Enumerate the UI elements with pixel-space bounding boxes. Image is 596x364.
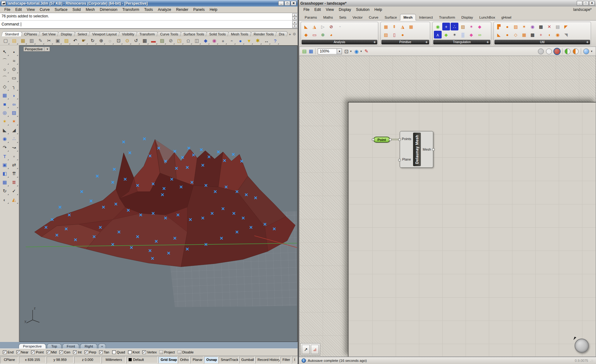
status-filter[interactable]: Filter xyxy=(280,357,292,363)
gh-tab-transform[interactable]: Transform xyxy=(436,14,458,20)
osnap-knot[interactable]: Knot xyxy=(128,350,140,354)
component-icon[interactable]: ◥ xyxy=(562,31,570,39)
osnap-project[interactable]: Project xyxy=(159,350,175,354)
component-icon[interactable]: ⊗ xyxy=(319,31,327,39)
raytrace-sphere-icon[interactable]: ● xyxy=(236,37,244,45)
selection-filter-icon[interactable]: ◳ xyxy=(175,37,184,45)
point-marker[interactable] xyxy=(217,151,220,153)
new-file-icon[interactable]: ▢ xyxy=(2,37,10,45)
component-icon[interactable]: ◉ xyxy=(554,31,562,39)
param-input-nub[interactable] xyxy=(372,138,375,141)
group-expand-icon[interactable]: ✚ xyxy=(373,41,376,44)
gear-icon[interactable]: ⚙ xyxy=(292,32,297,36)
minimize-button[interactable]: _ xyxy=(577,1,582,6)
component-icon[interactable]: + xyxy=(442,23,450,30)
component-icon[interactable]: ⇞ xyxy=(390,23,398,30)
rhino-menu-dimension[interactable]: Dimension xyxy=(97,7,120,12)
hide-icon[interactable]: ◭ xyxy=(10,196,18,204)
preview-off-icon[interactable] xyxy=(538,48,544,54)
gh-tab-curve[interactable]: Curve xyxy=(366,14,382,20)
ellipse-icon[interactable]: ⊙ xyxy=(10,65,18,73)
status-record-history[interactable]: Record History xyxy=(255,357,280,363)
rebuild-icon[interactable]: ↝ xyxy=(10,143,18,152)
point-marker[interactable] xyxy=(174,150,176,152)
group-expand-icon[interactable]: ✚ xyxy=(425,41,428,44)
point-marker[interactable] xyxy=(181,156,184,159)
zoom-dropdown-icon[interactable]: ▼ xyxy=(337,48,342,54)
zoom-window-icon[interactable]: ◌ xyxy=(106,37,114,45)
status-default[interactable]: Default xyxy=(126,357,158,363)
gh-tab-mesh[interactable]: Mesh xyxy=(400,14,416,20)
component-icon[interactable]: ◉ xyxy=(434,23,442,30)
copy-object-icon[interactable]: ▣ xyxy=(1,161,9,169)
viewport-title-chip[interactable]: Perspective ▼ xyxy=(23,47,50,52)
preview-custom-icon[interactable] xyxy=(573,48,579,54)
gh-tab-params[interactable]: Params xyxy=(302,14,320,20)
toolbar-tab-viewport-layout[interactable]: Viewport Layout xyxy=(89,31,121,36)
rhino-menu-mesh[interactable]: Mesh xyxy=(83,7,97,12)
grasshopper-canvas[interactable]: Point Points Plane Delaunay Mesh Mesh ↗ … xyxy=(299,56,596,357)
scroll-up-icon[interactable]: ▲ xyxy=(292,13,297,17)
component-icon[interactable]: ● xyxy=(399,31,407,39)
component-icon[interactable]: ◕ xyxy=(327,31,335,39)
gh-menu-solution[interactable]: Solution xyxy=(353,7,372,12)
rhino-menu-file[interactable]: File xyxy=(2,7,13,12)
status-grid-snap[interactable]: Grid Snap xyxy=(158,357,177,363)
component-icon[interactable]: ◆ xyxy=(467,31,475,39)
close-button[interactable]: ✕ xyxy=(589,1,595,6)
history-scrollbar[interactable]: ▲▼ xyxy=(292,13,297,20)
toolbar-tab-solid-tools[interactable]: Solid Tools xyxy=(206,31,230,36)
save-document-icon[interactable]: ▦ xyxy=(309,48,313,54)
rhino-menu-surface[interactable]: Surface xyxy=(52,7,70,12)
status-ortho[interactable]: Ortho xyxy=(178,357,190,363)
rhino-menu-tools[interactable]: Tools xyxy=(142,7,155,12)
toolbar-tab-mesh-tools[interactable]: Mesh Tools xyxy=(227,31,252,36)
terrain-mesh[interactable] xyxy=(34,139,295,267)
component-icon[interactable]: ◖ xyxy=(545,31,553,39)
component-icon[interactable]: ◆ xyxy=(302,31,310,39)
component-icon[interactable]: ◆ xyxy=(476,23,484,30)
zoom-in-icon[interactable]: ⊕ xyxy=(97,37,105,45)
component-icon[interactable]: ▨ xyxy=(382,31,390,39)
display-ball-icon[interactable] xyxy=(583,48,589,54)
osnap-point[interactable]: ✓Point xyxy=(31,350,43,354)
maximize-button[interactable]: □ xyxy=(284,1,290,6)
checkbox-icon[interactable]: ✓ xyxy=(31,350,35,354)
checkbox-icon[interactable]: ✓ xyxy=(99,350,103,354)
select-icon[interactable]: ↖ xyxy=(1,48,9,56)
chevron-down-icon[interactable]: ▼ xyxy=(46,48,48,51)
shaded-sphere-icon[interactable]: ● xyxy=(219,37,227,45)
component-icon[interactable]: ◮ xyxy=(311,23,318,30)
patch-icon[interactable]: ▨ xyxy=(10,109,18,117)
component-icon[interactable]: ✶ xyxy=(520,23,528,30)
component-icon[interactable]: ▩ xyxy=(537,23,545,30)
split-icon[interactable]: ◢ xyxy=(10,126,18,134)
point-marker[interactable] xyxy=(111,181,114,184)
component-icon[interactable]: ✕ xyxy=(545,23,553,30)
command-history[interactable]: 76 points added to selection. ▲▼ xyxy=(0,13,298,20)
checkbox-icon[interactable]: ✓ xyxy=(73,350,77,354)
component-icon[interactable]: ▭ xyxy=(311,31,318,39)
preview-selected-icon[interactable] xyxy=(565,48,571,54)
explode-icon[interactable]: ✶ xyxy=(1,117,9,125)
close-button[interactable]: ✕ xyxy=(291,1,296,6)
toolbar-tab-display[interactable]: Display xyxy=(57,31,76,36)
paste-icon[interactable]: ▨ xyxy=(62,37,71,45)
minimize-button[interactable]: _ xyxy=(278,1,284,6)
osnap-int[interactable]: ✓Int xyxy=(73,350,81,354)
osnap-vertex[interactable]: ✓Vertex xyxy=(142,350,157,354)
point-marker[interactable] xyxy=(188,147,190,149)
component-icon[interactable]: ▨ xyxy=(459,23,467,30)
component-icon[interactable]: ∞ xyxy=(476,31,484,39)
status-z-0-000[interactable]: z 0.000 xyxy=(74,357,101,363)
component-icon[interactable]: ◤ xyxy=(562,23,570,30)
gh-menu-view[interactable]: View xyxy=(323,7,336,12)
point-icon[interactable]: • xyxy=(10,48,18,56)
checkbox-icon[interactable] xyxy=(112,350,116,354)
component-icon[interactable]: ▦ xyxy=(382,23,390,30)
osnap-perp[interactable]: ✓Perp xyxy=(84,350,96,354)
checkbox-icon[interactable]: ✓ xyxy=(47,350,50,354)
preview-shaded-icon[interactable] xyxy=(554,48,560,54)
status-x-839-155[interactable]: x 839.155 xyxy=(19,357,46,363)
undo-icon[interactable]: ↶ xyxy=(71,37,79,45)
